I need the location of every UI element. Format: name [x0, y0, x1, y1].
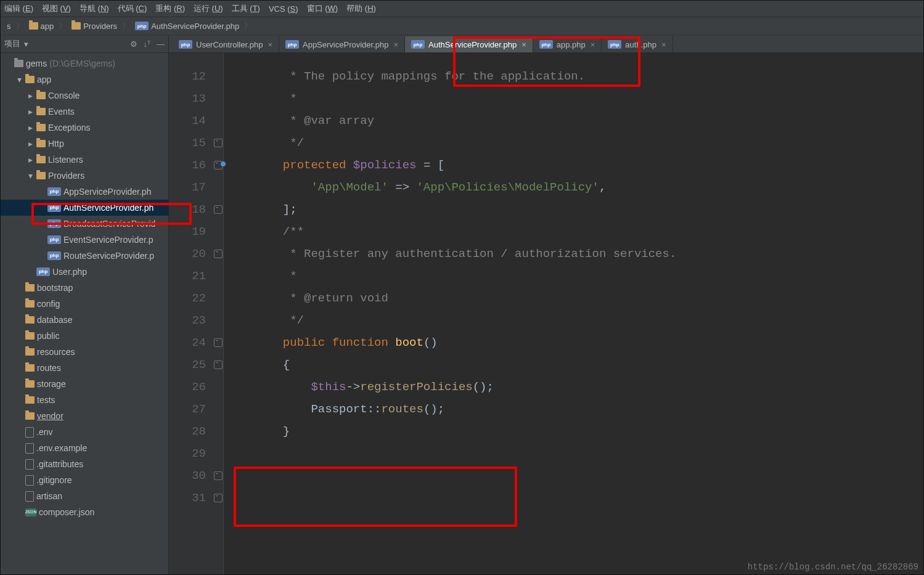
- chevron-down-icon[interactable]: ▾: [15, 73, 23, 86]
- chevron-right-icon[interactable]: ▸: [27, 121, 34, 134]
- menu-item[interactable]: 重构 (R): [155, 3, 185, 14]
- project-panel-header[interactable]: 项目 ▾ ⚙ ↓ᵀ —: [1, 35, 168, 53]
- code-line[interactable]: */: [234, 132, 923, 154]
- menu-item[interactable]: 导航 (N): [80, 3, 109, 14]
- close-icon[interactable]: ×: [591, 40, 595, 49]
- chevron-down-icon[interactable]: ▾: [27, 169, 34, 182]
- chevron-right-icon[interactable]: ▸: [27, 137, 34, 150]
- code-line[interactable]: *: [234, 265, 923, 287]
- code-line[interactable]: 'App\Model' => 'App\Policies\ModelPolicy…: [234, 176, 923, 198]
- line-number: 23: [178, 309, 206, 332]
- tree-node[interactable]: ·phpRouteServiceProvider.p: [1, 248, 168, 264]
- fold-toggle-icon[interactable]: [214, 361, 223, 369]
- tree-node[interactable]: ·database: [1, 312, 168, 328]
- tree-node[interactable]: ·phpAppServiceProvider.ph: [1, 184, 168, 200]
- code-line[interactable]: * @return void: [234, 287, 923, 309]
- fold-toggle-icon[interactable]: [214, 139, 223, 147]
- tree-node[interactable]: ·phpEventServiceProvider.p: [1, 232, 168, 248]
- chevron-down-icon[interactable]: ▾: [24, 39, 28, 49]
- breadcrumb[interactable]: s〉app〉Providers〉phpAuthServiceProvider.p…: [1, 17, 923, 35]
- close-icon[interactable]: ×: [268, 40, 272, 49]
- editor-tab[interactable]: phpAuthServiceProvider.php×: [405, 36, 533, 52]
- code-line[interactable]: Passport::routes();: [234, 398, 923, 420]
- code-line[interactable]: }: [234, 420, 923, 442]
- tree-node[interactable]: ·public: [1, 328, 168, 344]
- fold-toggle-icon[interactable]: [214, 250, 223, 258]
- tree-node[interactable]: ·artisan: [1, 488, 168, 504]
- settings-icon[interactable]: ⚙: [130, 39, 137, 49]
- tree-node[interactable]: ·JSONcomposer.json: [1, 504, 168, 520]
- tree-node[interactable]: ▾Providers: [1, 168, 168, 184]
- menu-item[interactable]: 运行 (U): [194, 3, 223, 14]
- menu-item[interactable]: 工具 (T): [232, 3, 260, 14]
- project-tree[interactable]: ·gems (D:\GEMS\gems)▾app▸Console▸Events▸…: [1, 53, 168, 574]
- tree-node[interactable]: ·.env: [1, 424, 168, 440]
- menu-item[interactable]: 代码 (C): [118, 3, 147, 14]
- fold-toggle-icon[interactable]: [214, 471, 223, 480]
- code-line[interactable]: * Register any authentication / authoriz…: [234, 243, 923, 265]
- chevron-right-icon[interactable]: ▸: [27, 153, 34, 166]
- code-line[interactable]: * @var array: [234, 110, 923, 132]
- collapse-icon[interactable]: ↓ᵀ: [144, 39, 151, 49]
- tree-node[interactable]: ·resources: [1, 344, 168, 360]
- tree-node[interactable]: ·phpBroadcastServiceProvid: [1, 216, 168, 232]
- menu-item[interactable]: 窗口 (W): [307, 3, 338, 14]
- tree-node[interactable]: ▸Exceptions: [1, 120, 168, 136]
- tree-node[interactable]: ▾app: [1, 71, 168, 88]
- tree-node[interactable]: ·storage: [1, 376, 168, 392]
- tree-node[interactable]: ▸Http: [1, 136, 168, 152]
- breadcrumb-item[interactable]: phpAuthServiceProvider.php: [131, 17, 243, 35]
- menu-bar[interactable]: 编辑 (E)视图 (V)导航 (N)代码 (C)重构 (R)运行 (U)工具 (…: [1, 1, 923, 17]
- code-line[interactable]: protected $policies = [: [234, 154, 923, 176]
- breadcrumb-item[interactable]: s: [3, 17, 15, 35]
- tree-node[interactable]: ·.gitignore: [1, 472, 168, 488]
- tree-node[interactable]: ▸Listeners: [1, 152, 168, 168]
- code-line[interactable]: $this->registerPolicies();: [234, 376, 923, 398]
- editor-tabs[interactable]: phpUserController.php×phpAppServiceProvi…: [169, 35, 923, 53]
- tree-node[interactable]: ·vendor: [1, 408, 168, 424]
- menu-item[interactable]: 视图 (V): [42, 3, 71, 14]
- close-icon[interactable]: ×: [393, 40, 398, 49]
- editor-tab[interactable]: phpUserController.php×: [173, 36, 279, 52]
- tree-node[interactable]: ·bootstrap: [1, 280, 168, 296]
- code-line[interactable]: ];: [234, 198, 923, 221]
- code-line[interactable]: public function boot(): [234, 332, 923, 354]
- code-line[interactable]: *: [234, 88, 923, 110]
- close-icon[interactable]: ×: [521, 40, 526, 49]
- tree-node[interactable]: ▸Console: [1, 88, 168, 104]
- code-line[interactable]: * The policy mappings for the applicatio…: [234, 65, 923, 88]
- tree-node[interactable]: ·.env.example: [1, 440, 168, 456]
- code-text[interactable]: * The policy mappings for the applicatio…: [224, 53, 923, 574]
- code-line[interactable]: /**: [234, 221, 923, 243]
- tree-node[interactable]: ·phpUser.php: [1, 264, 168, 280]
- tree-node[interactable]: ·config: [1, 296, 168, 312]
- breakpoint-gutter[interactable]: [169, 53, 178, 574]
- php-icon: php: [539, 40, 553, 49]
- fold-toggle-icon[interactable]: [214, 205, 223, 214]
- editor-tab[interactable]: phpAppServiceProvider.php×: [279, 36, 405, 52]
- override-marker-icon[interactable]: [221, 161, 226, 166]
- code-line[interactable]: */: [234, 309, 923, 332]
- editor-tab[interactable]: phpauth.php×: [602, 36, 673, 52]
- tree-node-selected[interactable]: ·phpAuthServiceProvider.ph: [1, 200, 168, 216]
- code-line[interactable]: {: [234, 354, 923, 376]
- tree-node[interactable]: ·.gitattributes: [1, 456, 168, 472]
- fold-toggle-icon[interactable]: [214, 338, 223, 347]
- close-icon[interactable]: ×: [661, 40, 666, 49]
- fold-toggle-icon[interactable]: [214, 494, 223, 502]
- hide-panel-icon[interactable]: —: [157, 39, 165, 49]
- breadcrumb-item[interactable]: Providers: [68, 17, 121, 35]
- code-area[interactable]: 1213141516171819202122232425262728293031…: [169, 53, 923, 574]
- breadcrumb-item[interactable]: app: [25, 17, 58, 35]
- tree-node[interactable]: ·routes: [1, 360, 168, 376]
- tree-node[interactable]: ▸Events: [1, 104, 168, 120]
- editor-tab[interactable]: phpapp.php×: [533, 36, 602, 52]
- chevron-right-icon[interactable]: ▸: [27, 105, 34, 118]
- tree-node[interactable]: ·gems (D:\GEMS\gems): [1, 55, 168, 71]
- menu-item[interactable]: VCS (S): [269, 4, 298, 14]
- menu-item[interactable]: 编辑 (E): [4, 3, 33, 14]
- fold-gutter[interactable]: [212, 53, 224, 574]
- menu-item[interactable]: 帮助 (H): [346, 3, 376, 14]
- chevron-right-icon[interactable]: ▸: [27, 89, 34, 102]
- tree-node[interactable]: ·tests: [1, 392, 168, 408]
